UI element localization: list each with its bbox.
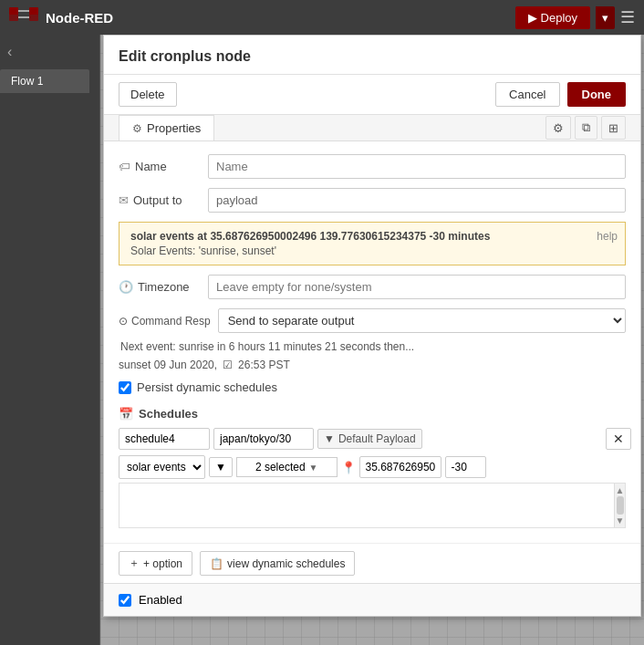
topbar-left: Node-RED xyxy=(9,7,113,27)
dialog-title: Edit cronplus node xyxy=(119,48,251,64)
persist-label: Persist dynamic schedules xyxy=(137,380,277,394)
name-label: 🏷 Name xyxy=(119,160,201,173)
dialog-actions: Cancel Done xyxy=(495,82,626,107)
done-button[interactable]: Done xyxy=(567,82,627,107)
output-input[interactable] xyxy=(208,188,626,213)
enabled-row: Enabled xyxy=(104,583,640,616)
schedule-header-row: ▼ Default Payload xyxy=(119,428,626,450)
enabled-label: Enabled xyxy=(139,593,182,607)
schedule-tz-input[interactable] xyxy=(213,428,314,450)
main-layout: ‹ Flow 1 Edit cronplus node Delete Cance… xyxy=(0,35,644,645)
schedules-header: 📅 Schedules xyxy=(119,407,626,421)
tab-expand-icon-btn[interactable]: ⊞ xyxy=(601,116,626,140)
schedule-name-input[interactable] xyxy=(119,428,210,450)
calendar-small-icon: 📋 xyxy=(210,557,223,570)
sunset-text: sunset 09 Jun 2020, xyxy=(119,359,217,371)
selected-arrow-icon: ▼ xyxy=(309,463,318,473)
cancel-button[interactable]: Cancel xyxy=(495,82,559,107)
output-label: ✉ Output to xyxy=(119,193,201,207)
edit-dialog: Edit cronplus node Delete Cancel Done ⚙ … xyxy=(103,35,641,617)
add-option-button[interactable]: ＋ + option xyxy=(119,551,192,576)
plus-icon: ＋ xyxy=(129,556,140,571)
lon-input[interactable] xyxy=(445,456,486,478)
selected-button[interactable]: 2 selected ▼ xyxy=(236,457,338,477)
sidebar-collapse-arrow[interactable]: ‹ xyxy=(0,38,19,66)
solar-info-text: solar events at 35.687626950002496 139.7… xyxy=(130,230,614,243)
svg-rect-5 xyxy=(29,14,38,21)
solar-arrow-btn[interactable]: ▼ xyxy=(209,457,233,477)
scrollbar: ▲ ▼ xyxy=(614,484,625,527)
delete-button[interactable]: Delete xyxy=(119,82,177,107)
deploy-arrow-button[interactable]: ▾ xyxy=(596,6,615,29)
dialog-titlebar: Edit cronplus node xyxy=(104,36,640,75)
sidebar: ‹ Flow 1 xyxy=(0,35,100,645)
sunset-time: 26:53 PST xyxy=(238,359,290,371)
topbar: Node-RED ▶ Deploy ▾ ☰ xyxy=(0,0,644,35)
name-row: 🏷 Name xyxy=(119,154,626,179)
scroll-up-arrow[interactable]: ▲ xyxy=(616,485,625,495)
persist-row: Persist dynamic schedules xyxy=(119,380,626,394)
tab-icons-right: ⚙ ⧉ ⊞ xyxy=(545,116,626,140)
tab-settings-icon-btn[interactable]: ⚙ xyxy=(545,116,571,140)
schedule-control-row: solar events ▼ 2 selected ▼ 📍 ✕ xyxy=(119,455,626,479)
name-input[interactable] xyxy=(208,154,626,179)
timezone-row: 🕐 Timezone xyxy=(119,275,626,299)
sidebar-tab-flow1[interactable]: Flow 1 xyxy=(0,69,89,93)
sunset-row: sunset 09 Jun 2020, ☑ 26:53 PST xyxy=(119,359,626,371)
deploy-button[interactable]: ▶ Deploy xyxy=(515,6,590,29)
dialog-bottom: ＋ + option 📋 view dynamic schedules xyxy=(104,543,640,583)
lat-input[interactable] xyxy=(359,456,441,478)
scroll-controls: ✕ xyxy=(606,428,631,450)
clock-icon: 🕐 xyxy=(119,280,133,294)
tab-copy-icon-btn[interactable]: ⧉ xyxy=(575,116,597,140)
help-link[interactable]: help xyxy=(597,230,618,243)
payload-label: ▼ Default Payload xyxy=(317,429,422,449)
dialog-body: 🏷 Name ✉ Output to xyxy=(104,141,640,407)
dialog-toolbar: Delete Cancel Done xyxy=(104,75,640,115)
location-icon: 📍 xyxy=(341,461,356,474)
deploy-icon: ▶ xyxy=(528,11,537,25)
node-red-logo xyxy=(9,7,38,27)
topbar-right: ▶ Deploy ▾ ☰ xyxy=(515,6,635,29)
svg-rect-1 xyxy=(9,14,18,21)
schedule-delete-btn[interactable]: ✕ xyxy=(606,428,631,450)
output-row: ✉ Output to xyxy=(119,188,626,213)
cmd-label: ⊙ Command Resp xyxy=(119,315,211,328)
tab-properties[interactable]: ⚙ Properties xyxy=(119,115,214,140)
payload-icon: ▼ xyxy=(324,432,335,445)
app-title: Node-RED xyxy=(46,10,113,26)
scroll-thumb xyxy=(617,496,624,515)
scroll-down-arrow[interactable]: ▼ xyxy=(616,515,625,525)
timezone-label: 🕐 Timezone xyxy=(119,280,201,294)
view-schedules-button[interactable]: 📋 view dynamic schedules xyxy=(200,551,355,576)
schedule-type-select[interactable]: solar events xyxy=(119,455,205,479)
settings-icon: ⚙ xyxy=(132,122,142,135)
tag-icon: 🏷 xyxy=(119,160,130,173)
next-event-row: Next event: sunrise in 6 hours 11 minute… xyxy=(119,340,626,353)
enabled-checkbox[interactable] xyxy=(119,594,131,607)
menu-icon[interactable]: ☰ xyxy=(620,7,635,27)
persist-checkbox[interactable] xyxy=(119,381,131,394)
info-box: solar events at 35.687626950002496 139.7… xyxy=(119,222,626,265)
checkbox-icon: ☑ xyxy=(223,359,233,371)
calendar-icon: 📅 xyxy=(119,407,133,421)
mail-icon: ✉ xyxy=(119,193,129,207)
cmd-icon: ⊙ xyxy=(119,315,128,328)
cmd-select[interactable]: Send to separate output xyxy=(218,308,626,333)
schedules-scroll-area[interactable]: ▲ ▼ xyxy=(119,483,626,528)
timezone-input[interactable] xyxy=(208,275,626,299)
solar-events-text: Solar Events: 'sunrise, sunset' xyxy=(130,244,614,257)
svg-rect-4 xyxy=(29,7,38,15)
svg-rect-0 xyxy=(9,7,18,15)
canvas-area: Edit cronplus node Delete Cancel Done ⚙ … xyxy=(100,35,644,645)
schedules-section: 📅 Schedules ▼ Default Payload sola xyxy=(104,407,640,543)
cmd-row: ⊙ Command Resp Send to separate output xyxy=(119,308,626,333)
dialog-tabs: ⚙ Properties ⚙ ⧉ ⊞ xyxy=(104,115,640,141)
dialog-overlay: Edit cronplus node Delete Cancel Done ⚙ … xyxy=(100,35,644,645)
